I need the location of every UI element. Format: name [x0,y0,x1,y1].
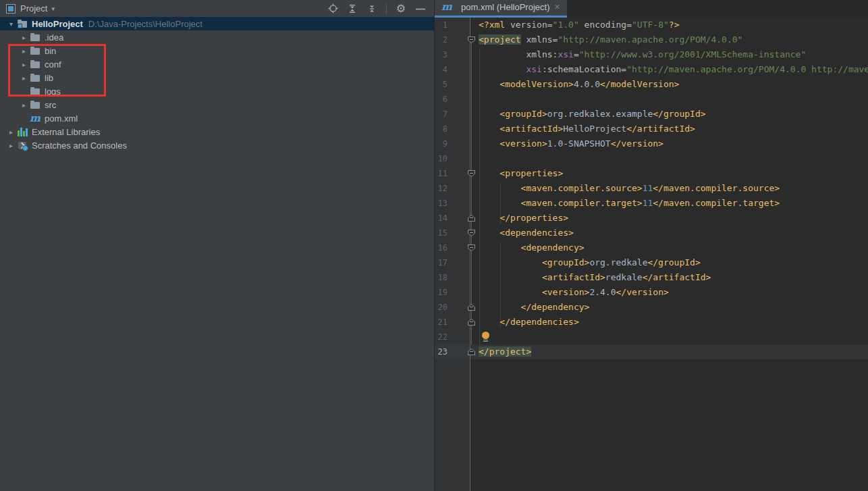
code-line[interactable]: 1<?xml version="1.0" encoding="UTF-8"?> [435,18,868,32]
tree-item-external-libraries[interactable]: ▸External Libraries [0,125,434,138]
project-panel-header: Project ▾ ⚙ — [0,0,434,17]
code-text: <modelVersion>4.0.0</modelVersion> [479,77,679,92]
code-editor[interactable]: 1<?xml version="1.0" encoding="UTF-8"?>2… [435,18,868,491]
code-line[interactable]: 20 </dependency> [435,300,868,315]
maven-icon: m [30,113,40,124]
chevron-collapsed-icon[interactable]: ▸ [18,101,30,109]
code-line[interactable]: 3 xmlns:xsi="http://www.w3.org/2001/XMLS… [435,47,868,62]
chevron-collapsed-icon[interactable]: ▸ [18,34,30,41]
tab-title: pom.xml (HelloProject) [461,2,549,12]
line-number: 22 [435,330,447,344]
chevron-collapsed-icon[interactable]: ▸ [5,128,17,136]
panel-toolbar: ⚙ — [327,3,434,14]
chevron-collapsed-icon[interactable]: ▸ [18,74,30,82]
tree-item-helloproject[interactable]: ▾HelloProjectD:\Java-Projects\HelloProje… [0,17,434,30]
libraries-icon [17,126,28,137]
tree-item-label: logs [45,86,61,97]
code-text: <dependencies> [479,226,574,240]
code-line[interactable]: 12 <maven.compiler.source>11</maven.comp… [435,181,868,196]
code-line[interactable]: 13 <maven.compiler.target>11</maven.comp… [435,196,868,211]
code-text: <maven.compiler.target>11</maven.compile… [479,196,780,211]
folder-icon [30,59,40,70]
code-text: <version>2.4.0</version> [479,285,669,300]
collapse-all-icon[interactable] [367,3,377,14]
tree-item-label: Scratches and Consoles [32,140,127,151]
code-line[interactable]: 2<project xmlns="http://maven.apache.org… [435,32,868,47]
code-line[interactable]: 14 </properties> [435,211,868,226]
fold-marker-icon[interactable] [468,215,475,222]
fold-marker-icon[interactable] [468,170,475,177]
code-line[interactable]: 10 [435,151,868,166]
code-line[interactable]: 4 xsi:schemaLocation="http://maven.apach… [435,62,868,77]
intention-bulb-icon[interactable] [482,332,489,339]
locate-icon[interactable] [327,3,338,14]
chevron-collapsed-icon[interactable]: ▸ [5,142,17,149]
maven-file-icon: m [441,1,452,12]
code-line[interactable]: 19 <version>2.4.0</version> [435,285,868,300]
tree-item-conf[interactable]: ▸conf [0,57,434,71]
tree-item-bin[interactable]: ▸bin [0,44,434,57]
code-line[interactable]: 21 </dependencies> [435,315,868,330]
project-tool-window: Project ▾ ⚙ — ▾HelloProjectD:\Java-Proje… [0,0,434,491]
code-line[interactable]: 23</project> [435,344,868,359]
hide-tool-window-icon[interactable]: — [415,3,426,14]
fold-marker-icon[interactable] [468,348,475,355]
tree-item-label: src [45,100,56,110]
tree-item-scratches-and-consoles[interactable]: ▸Scratches and Consoles [0,138,434,152]
project-tool-window-icon [6,4,16,14]
tab-pom-xml[interactable]: m pom.xml (HelloProject) × [435,0,567,18]
editor-area: m pom.xml (HelloProject) × 1<?xml versio… [434,0,868,491]
line-number: 5 [435,77,447,92]
line-number: 19 [435,285,447,300]
project-path: D:\Java-Projects\HelloProject [88,19,202,29]
tree-item-label: conf [45,59,61,70]
project-dropdown-icon[interactable]: ▾ [51,5,55,12]
line-number: 21 [435,315,447,330]
code-line[interactable]: 6 [435,92,868,107]
code-text: <maven.compiler.source>11</maven.compile… [479,181,780,196]
tree-item-src[interactable]: ▸src [0,98,434,111]
line-number: 10 [435,151,447,166]
line-number: 4 [435,62,447,77]
scratches-icon [17,140,28,151]
code-text: </dependencies> [479,315,579,330]
code-line[interactable]: 15 <dependencies> [435,226,868,240]
chevron-collapsed-icon[interactable]: ▸ [18,47,30,55]
tree-item-logs[interactable]: logs [0,84,434,98]
code-text: <dependency> [479,240,585,255]
code-line[interactable]: 18 <artifactId>redkale</artifactId> [435,270,868,285]
code-text: </properties> [479,211,568,226]
line-number: 14 [435,211,447,226]
tab-close-icon[interactable]: × [554,2,560,11]
fold-marker-icon[interactable] [468,319,475,326]
line-number: 7 [435,107,447,122]
code-text: xmlns:xsi="http://www.w3.org/2001/XMLSch… [479,47,806,62]
line-number: 20 [435,300,447,315]
expand-all-icon[interactable] [347,3,358,14]
line-number: 1 [435,18,447,32]
code-line[interactable]: 11 <properties> [435,166,868,181]
fold-marker-icon[interactable] [468,36,475,43]
fold-marker-icon[interactable] [468,230,475,236]
tree-item-lib[interactable]: ▸lib [0,71,434,84]
code-line[interactable]: 8 <artifactId>HelloProject</artifactId> [435,122,868,136]
code-lines: 1<?xml version="1.0" encoding="UTF-8"?>2… [435,18,868,359]
chevron-expanded-icon[interactable]: ▾ [5,20,17,28]
code-line[interactable]: 22 [435,330,868,344]
tree-item-label: pom.xml [45,113,78,124]
code-line[interactable]: 7 <groupId>org.redkalex.example</groupId… [435,107,868,122]
tree-item-pom-xml[interactable]: mpom.xml [0,111,434,125]
code-line[interactable]: 9 <version>1.0-SNAPSHOT</version> [435,136,868,151]
tree-item--idea[interactable]: ▸.idea [0,30,434,44]
panel-title: Project [20,3,47,14]
folder-icon [30,45,40,56]
code-line[interactable]: 16 <dependency> [435,240,868,255]
chevron-collapsed-icon[interactable]: ▸ [18,61,30,68]
code-text: <version>1.0-SNAPSHOT</version> [479,136,663,151]
fold-marker-icon[interactable] [468,244,475,251]
code-line[interactable]: 17 <groupId>org.redkale</groupId> [435,255,868,270]
fold-marker-icon[interactable] [468,304,475,311]
code-line[interactable]: 5 <modelVersion>4.0.0</modelVersion> [435,77,868,92]
settings-gear-icon[interactable]: ⚙ [396,3,406,14]
line-number: 18 [435,270,447,285]
